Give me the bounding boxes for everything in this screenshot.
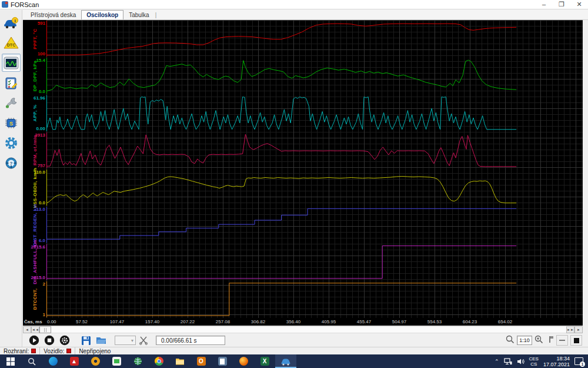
x-tick-label: 0.00 xyxy=(47,319,56,324)
taskbar: ▲ O X ⌃ CES CS xyxy=(0,354,588,368)
dtc-warning-icon: DTC xyxy=(4,37,19,49)
title-bar: FORScan – ❐ ✕ xyxy=(0,0,588,9)
sidebar-item-service[interactable] xyxy=(2,94,21,112)
x-axis: Čas, ms 0.0057.52107.47157.40207.22257.0… xyxy=(23,318,583,326)
plot-area[interactable] xyxy=(46,20,583,318)
oscilloscope-icon xyxy=(4,57,19,69)
scroll-left-fast-button[interactable]: ◄◄ xyxy=(31,326,39,333)
x-tick-label: 654.02 xyxy=(492,319,518,324)
y-max-rpm-ot-min: 3913 xyxy=(23,132,45,138)
trace-vss-obdii-km-h xyxy=(46,177,516,204)
tray-expand-icon[interactable]: ⌃ xyxy=(495,359,499,364)
sidebar-item-programming[interactable]: S xyxy=(2,114,21,132)
chart-scrollbar: ◄ ◄◄ ►► ► xyxy=(23,326,583,334)
zoom-ratio-field[interactable]: 1:10 xyxy=(517,336,532,345)
record-settings-button[interactable] xyxy=(57,334,72,346)
vehicle-status: Vozidlo: xyxy=(40,347,75,354)
minimize-button[interactable]: – xyxy=(535,0,553,9)
lang-top: CES xyxy=(529,356,539,362)
sidebar-item-dtc[interactable]: DTC xyxy=(2,34,21,52)
outlook-icon: O xyxy=(197,357,206,366)
x-tick-label: 554.53 xyxy=(422,319,447,324)
taskbar-app-notes[interactable] xyxy=(212,354,233,368)
x-tick-label: 257.08 xyxy=(210,319,236,324)
sidebar-item-tests[interactable] xyxy=(2,74,21,92)
vehicle-label: Vozidlo: xyxy=(44,348,64,354)
marker-select-dropdown[interactable]: ▾ xyxy=(115,336,136,345)
zoom-in-icon[interactable] xyxy=(534,335,543,346)
steering-wheel-question-icon: ? xyxy=(4,157,19,170)
scroll-right-button[interactable]: ► xyxy=(574,326,583,333)
tab-dashboard[interactable]: Přístrojová deska xyxy=(25,10,81,19)
y-min-dtccnt: 1 xyxy=(23,312,45,317)
y-max-app: 61.96 xyxy=(23,95,45,101)
close-button[interactable]: ✕ xyxy=(570,0,588,9)
svg-text:?: ? xyxy=(10,161,13,166)
lang-bottom: CS xyxy=(530,362,537,367)
taskbar-app-media[interactable] xyxy=(85,354,106,368)
sidebar-item-vehicle-info[interactable]: i xyxy=(2,14,21,32)
play-button[interactable] xyxy=(26,334,42,346)
save-button[interactable] xyxy=(78,334,93,346)
taskbar-app-outlook[interactable]: O xyxy=(191,354,212,368)
scroll-left-button[interactable]: ◄ xyxy=(23,326,31,333)
taskbar-app-edge[interactable] xyxy=(42,354,64,368)
tab-table[interactable]: Tabulka xyxy=(123,10,154,19)
trace-dp-dpf-kpa xyxy=(46,60,516,91)
taskbar-app-gps[interactable] xyxy=(127,354,148,368)
sidebar-item-settings[interactable] xyxy=(2,134,21,152)
taskbar-app-screenshare[interactable] xyxy=(106,354,127,368)
taskbar-app-chrome[interactable] xyxy=(148,354,169,368)
car-info-icon: i xyxy=(4,16,19,29)
network-icon[interactable] xyxy=(504,358,512,365)
cut-markers-button[interactable] xyxy=(136,334,151,346)
x-tick-label: 107.47 xyxy=(104,319,130,324)
transport-toolbar: ▾ 0.00/666.61 s 1:10 xyxy=(23,334,588,347)
svg-text:DTC: DTC xyxy=(7,43,15,47)
globe-icon xyxy=(133,357,142,366)
time-position-field[interactable]: 0.00/666.61 s xyxy=(156,336,225,345)
forscan-taskbar-icon xyxy=(281,357,291,366)
open-button[interactable] xyxy=(93,334,109,346)
scroll-thumb[interactable] xyxy=(39,326,51,333)
taskbar-search-button[interactable] xyxy=(21,354,42,368)
speaker-icon[interactable] xyxy=(517,358,524,365)
line-style-button[interactable] xyxy=(556,335,568,346)
marker-pin-icon[interactable] xyxy=(546,335,554,346)
zoom-out-icon[interactable] xyxy=(506,335,514,346)
y-min-app: 0.00 xyxy=(23,126,45,131)
sidebar-item-help[interactable]: ? xyxy=(2,154,21,172)
trace-dtccnt xyxy=(46,283,516,316)
restore-button[interactable]: ❐ xyxy=(553,0,570,9)
x-tick-label: 157.40 xyxy=(139,319,165,324)
windows-logo-icon xyxy=(6,357,15,366)
excel-icon: X xyxy=(260,357,269,366)
scroll-track[interactable] xyxy=(51,326,566,333)
scroll-right-fast-button[interactable]: ►► xyxy=(566,326,574,333)
taskbar-app-firefox[interactable] xyxy=(233,354,254,368)
y-max-dtccnt: 2 xyxy=(23,281,45,287)
start-button[interactable] xyxy=(0,354,21,368)
interface-status: Rozhraní: xyxy=(0,347,40,354)
stop-button[interactable] xyxy=(42,334,57,346)
taskbar-app-irfanview[interactable]: ▲ xyxy=(64,354,85,368)
taskbar-app-explorer[interactable] xyxy=(169,354,191,368)
sidebar-item-oscilloscope[interactable] xyxy=(2,54,21,72)
fill-style-button[interactable] xyxy=(570,335,582,346)
tab-oscilloscope[interactable]: Osciloskop xyxy=(81,10,123,19)
notification-badge: 1 xyxy=(580,362,585,367)
x-tick-label: 306.82 xyxy=(245,319,271,324)
edge-icon xyxy=(49,357,58,366)
y-max-dp-dpf-kpa: 15.4 xyxy=(23,58,45,63)
taskbar-app-excel[interactable]: X xyxy=(254,354,275,368)
notification-center-icon[interactable]: 1 xyxy=(574,357,583,365)
interface-label: Rozhraní: xyxy=(4,348,29,354)
status-bar: Rozhraní: Vozidlo: Nepřipojeno xyxy=(0,347,588,354)
x-tick-label: 57.52 xyxy=(69,319,95,324)
language-indicator[interactable]: CES CS xyxy=(529,356,539,367)
gear-circle-icon xyxy=(59,335,70,346)
media-app-icon xyxy=(91,357,100,366)
taskbar-clock[interactable]: 18:34 17.07.2021 xyxy=(543,356,570,367)
taskbar-app-forscan[interactable] xyxy=(275,354,296,368)
y-max-dis-ashfull-km: 2615.6 xyxy=(23,244,45,250)
